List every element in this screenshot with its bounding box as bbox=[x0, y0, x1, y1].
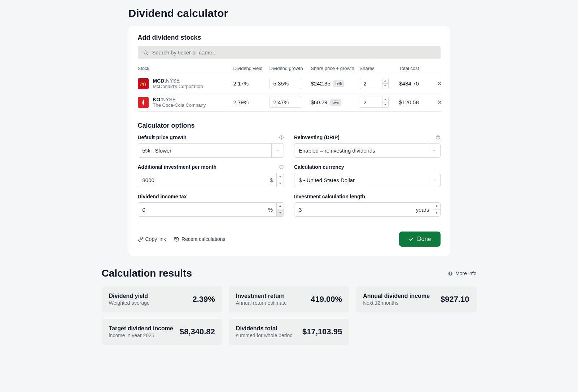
additional-investment-input[interactable] bbox=[138, 173, 266, 187]
stock-exchange: NYSE bbox=[162, 97, 176, 102]
svg-line-1 bbox=[147, 54, 148, 55]
dividend-tax-stepper[interactable]: ▲ ▼ bbox=[276, 203, 284, 216]
stat-card-dividends-total: Dividends total summed for whole period … bbox=[229, 319, 349, 345]
calc-length-input[interactable] bbox=[294, 203, 412, 216]
default-price-growth-select[interactable]: 5% - Slower bbox=[138, 143, 284, 158]
unit-label: years bbox=[412, 203, 433, 216]
calc-length-label: Investment calculation length bbox=[294, 194, 365, 199]
search-icon bbox=[143, 50, 149, 56]
remove-row-button[interactable]: ✕ bbox=[435, 78, 444, 89]
total-cost-value: $120.58 bbox=[399, 99, 435, 105]
step-down-button[interactable]: ▼ bbox=[277, 180, 284, 187]
stock-company-name: The Coca-Cola Company bbox=[153, 102, 206, 108]
history-icon bbox=[174, 237, 179, 242]
growth-badge: 5% bbox=[333, 80, 344, 87]
stat-sub: Next 12 months bbox=[363, 300, 430, 306]
col-share-price: Share price + growth bbox=[311, 66, 360, 71]
step-down-button[interactable]: ▼ bbox=[277, 210, 284, 217]
dividend-yield-value: 2.79% bbox=[233, 99, 270, 105]
done-label: Done bbox=[417, 236, 431, 242]
stat-value: 419.00% bbox=[311, 295, 342, 304]
reinvesting-select[interactable]: Enabled – reinvesting dividends bbox=[294, 143, 441, 158]
total-cost-value: $484.70 bbox=[399, 80, 435, 87]
stat-value: $17,103.95 bbox=[302, 327, 342, 336]
additional-investment-stepper[interactable]: ▲ ▼ bbox=[276, 173, 284, 187]
svg-point-7 bbox=[281, 168, 282, 168]
col-total-cost: Total cost bbox=[399, 66, 435, 71]
shares-input[interactable] bbox=[360, 78, 382, 89]
select-value: Enabled – reinvesting dividends bbox=[294, 144, 428, 157]
growth-badge: 5% bbox=[330, 99, 341, 106]
help-icon[interactable] bbox=[279, 135, 284, 140]
recent-calcs-button[interactable]: Recent calculations bbox=[174, 236, 225, 242]
table-row: MCD:NYSE McDonald's Corporation 2.17% $2… bbox=[138, 74, 441, 93]
step-up-button[interactable]: ▲ bbox=[277, 203, 284, 210]
results-title: Calculation results bbox=[102, 268, 192, 279]
dividend-tax-input-wrap: % ▲ ▼ bbox=[138, 202, 284, 217]
col-dividend-growth: Dividend growth bbox=[270, 66, 311, 71]
chevron-down-icon bbox=[428, 173, 440, 187]
dividend-tax-input[interactable] bbox=[138, 203, 264, 216]
stat-value: 2.39% bbox=[192, 295, 215, 304]
additional-investment-input-wrap: $ ▲ ▼ bbox=[138, 173, 284, 187]
step-down-button[interactable]: ▼ bbox=[433, 210, 440, 217]
chevron-down-icon bbox=[428, 144, 440, 157]
calculator-options-heading: Calculator options bbox=[138, 122, 441, 129]
step-up-button[interactable]: ▲ bbox=[433, 203, 440, 210]
copy-link-label: Copy link bbox=[145, 236, 166, 242]
dividend-yield-value: 2.17% bbox=[233, 80, 270, 87]
link-icon bbox=[138, 237, 143, 242]
stat-title: Target dividend income bbox=[109, 325, 173, 332]
more-info-label: More info bbox=[455, 270, 476, 276]
stat-value: $927.10 bbox=[441, 295, 469, 304]
table-row: KO:NYSE The Coca-Cola Company 2.79% $60.… bbox=[138, 93, 441, 112]
stock-logo-icon bbox=[138, 97, 149, 108]
recent-calcs-label: Recent calculations bbox=[181, 236, 225, 242]
additional-investment-label: Additional investment per month bbox=[138, 164, 217, 170]
stat-title: Investment return bbox=[236, 293, 287, 299]
shares-stepper[interactable]: ▲ ▼ bbox=[382, 97, 389, 108]
svg-point-5 bbox=[438, 138, 438, 139]
dividend-tax-label: Dividend income tax bbox=[138, 194, 187, 199]
stat-card-dividend-yield: Dividend yield Weighted average 2.39% bbox=[102, 286, 222, 312]
share-price-value: $60.29 bbox=[311, 99, 328, 105]
search-bar[interactable] bbox=[138, 46, 441, 59]
dividend-growth-input[interactable] bbox=[270, 97, 301, 108]
done-button[interactable]: Done bbox=[399, 232, 440, 247]
shares-stepper[interactable]: ▲ ▼ bbox=[382, 78, 389, 89]
svg-point-3 bbox=[281, 138, 282, 139]
stock-ticker: MCD: bbox=[153, 78, 166, 84]
copy-link-button[interactable]: Copy link bbox=[138, 236, 166, 242]
calc-currency-label: Calculation currency bbox=[294, 164, 344, 170]
remove-row-button[interactable]: ✕ bbox=[435, 97, 444, 108]
info-icon bbox=[448, 271, 453, 276]
chevron-down-icon bbox=[271, 144, 284, 157]
share-price-value: $242.35 bbox=[311, 80, 330, 87]
add-stocks-heading: Add dividend stocks bbox=[138, 34, 441, 41]
unit-label: % bbox=[264, 203, 276, 216]
shares-up-button[interactable]: ▲ bbox=[382, 78, 388, 84]
stat-card-target-dividend-income: Target dividend income income in year 20… bbox=[102, 319, 222, 345]
shares-input[interactable] bbox=[360, 97, 382, 108]
stat-sub: Annual return estimate bbox=[236, 300, 287, 306]
stat-sub: Weighted average bbox=[109, 300, 150, 306]
calc-currency-select[interactable]: $ - United States Dollar bbox=[294, 173, 441, 187]
calc-length-stepper[interactable]: ▲ ▼ bbox=[433, 203, 440, 216]
more-info-link[interactable]: More info bbox=[448, 270, 476, 276]
help-icon[interactable] bbox=[279, 164, 284, 169]
step-up-button[interactable]: ▲ bbox=[277, 173, 284, 180]
shares-down-button[interactable]: ▼ bbox=[382, 102, 388, 107]
unit-label: $ bbox=[266, 173, 276, 187]
col-stock: Stock bbox=[138, 66, 233, 71]
select-value: $ - United States Dollar bbox=[294, 173, 428, 187]
shares-up-button[interactable]: ▲ bbox=[382, 97, 388, 102]
table-header: Stock Dividend yield Dividend growth Sha… bbox=[138, 63, 441, 74]
stock-logo-icon bbox=[138, 78, 149, 89]
stat-card-investment-return: Investment return Annual return estimate… bbox=[229, 286, 349, 312]
shares-down-button[interactable]: ▼ bbox=[382, 84, 388, 89]
dividend-growth-input[interactable] bbox=[270, 78, 301, 89]
search-input[interactable] bbox=[152, 49, 435, 56]
stocks-table: Stock Dividend yield Dividend growth Sha… bbox=[138, 63, 441, 112]
calculator-card: Add dividend stocks Stock Dividend yield… bbox=[128, 26, 450, 256]
help-icon[interactable] bbox=[435, 135, 441, 140]
